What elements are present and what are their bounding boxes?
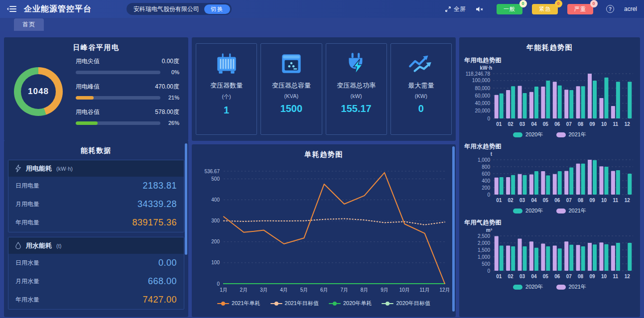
peak-row-peak: 用电峰值470.00度 21% <box>76 83 179 101</box>
legend-item[interactable]: 2021年 <box>556 131 586 138</box>
mute-icon[interactable] <box>476 5 484 13</box>
alarm-severe-button[interactable]: 严重 0 <box>567 4 593 14</box>
bar-chart-legend: 2020年 2021年 <box>459 131 640 138</box>
tab-home[interactable]: 首页 <box>14 18 44 31</box>
svg-text:09: 09 <box>589 274 595 279</box>
stat-card-transformer-capacity[interactable]: 变压器总容量 (KVA) 1500 <box>260 43 322 135</box>
svg-text:05: 05 <box>543 121 549 127</box>
energy-row: 年用水量 7427.00 <box>8 291 184 309</box>
stat-value: 155.17 <box>341 103 372 114</box>
electricity-section: 用电能耗 (kW·h) 日用电量 2183.81 月用电量 34339.28 年… <box>8 160 184 232</box>
alarm-urgent-button[interactable]: 紧急 0 <box>532 4 558 14</box>
legend-item[interactable]: 2020年 <box>513 131 543 138</box>
username[interactable]: acrel <box>624 5 637 12</box>
svg-text:60,000: 60,000 <box>475 93 490 99</box>
unit-consumption-panel: 单耗趋势图 0100200300400500536.671月2月3月4月5月6月… <box>192 144 456 317</box>
svg-text:06: 06 <box>554 198 560 203</box>
energy-row: 年用电量 839175.36 <box>8 213 184 232</box>
transformer-icon <box>213 52 240 75</box>
energy-row: 日用电量 2183.81 <box>8 177 184 195</box>
svg-text:200: 200 <box>482 185 490 191</box>
svg-text:10: 10 <box>601 198 607 203</box>
svg-text:2月: 2月 <box>240 287 248 293</box>
svg-text:2,500: 2,500 <box>478 233 490 239</box>
svg-text:12: 12 <box>625 121 631 127</box>
alarm-severe-badge: 0 <box>590 0 598 7</box>
svg-text:5月: 5月 <box>300 287 308 293</box>
legend-item[interactable]: 2020年 <box>513 207 543 214</box>
daily-peak-valley-panel: 日峰谷平用电 1048 用电尖值0.00度 0% 用电峰值470.00度 21%… <box>4 37 188 141</box>
stat-card-max-demand[interactable]: 最大需量 (KW) 0 <box>390 43 452 135</box>
alarm-normal-button[interactable]: 一般 0 <box>497 4 522 14</box>
svg-text:kW·h: kW·h <box>480 65 492 71</box>
svg-text:01: 01 <box>496 121 502 127</box>
energy-row: 月用水量 668.00 <box>8 272 184 291</box>
annual-energy-panel: 年能耗趋势图 年用电趋势图 kW·h020,00040,00060,00080,… <box>459 37 640 317</box>
svg-text:04: 04 <box>531 198 537 203</box>
legend-item[interactable]: 2020年目标值 <box>382 300 430 307</box>
fullscreen-button[interactable]: 全屏 <box>444 5 466 13</box>
electricity-trend-subtitle: 年用电趋势图 <box>464 56 640 65</box>
svg-text:12: 12 <box>625 274 631 279</box>
svg-text:01: 01 <box>496 198 502 203</box>
help-icon[interactable]: ? <box>606 5 614 13</box>
water-trend-subtitle: 年用水趋势图 <box>464 142 640 151</box>
stat-card-transformer-power[interactable]: 变压器总功率 (kW) 155.17 <box>326 43 387 135</box>
svg-text:1月: 1月 <box>220 287 228 293</box>
svg-text:10: 10 <box>601 121 607 127</box>
droplet-icon <box>15 242 21 249</box>
stat-card-transformer-count[interactable]: 变压器数量 (个) 1 <box>196 43 257 135</box>
svg-text:07: 07 <box>566 274 572 279</box>
legend-item[interactable]: 2021年 <box>556 207 586 214</box>
legend-item[interactable]: 2020年单耗 <box>329 300 372 307</box>
svg-text:02: 02 <box>508 274 514 279</box>
svg-text:7月: 7月 <box>340 287 348 293</box>
alarm-buttons: 一般 0 紧急 0 严重 0 <box>497 4 593 14</box>
donut-total-value: 1048 <box>14 67 63 116</box>
trend-arrows-icon <box>407 52 434 75</box>
scrollbar-thumb[interactable] <box>452 146 455 312</box>
lightning-icon <box>15 165 21 172</box>
transformer-stats-panel: 变压器数量 (个) 1 变压器总容量 (KVA) 1500 <box>192 37 456 141</box>
svg-text:08: 08 <box>578 198 584 203</box>
panel-title: 能耗数据 <box>4 140 188 155</box>
annual-water-bar-chart: t02004006008001,000010203040506070809101… <box>463 151 636 207</box>
legend-item[interactable]: 2021年 <box>556 283 586 291</box>
power-plug-icon <box>343 52 370 75</box>
company-name: 安科瑞电气股份有限公司 <box>133 5 199 13</box>
svg-text:t: t <box>491 151 493 157</box>
alarm-normal-badge: 0 <box>519 0 527 7</box>
svg-text:9月: 9月 <box>381 287 388 293</box>
svg-text:10月: 10月 <box>399 287 410 293</box>
bar-chart-legend: 2020年 2021年 <box>459 283 640 291</box>
svg-text:300: 300 <box>211 218 220 223</box>
svg-text:20,000: 20,000 <box>475 108 490 113</box>
legend-item[interactable]: 2021年目标值 <box>270 300 319 307</box>
fullscreen-icon <box>444 5 452 13</box>
energy-row: 日用水量 0.00 <box>8 254 184 272</box>
legend-item[interactable]: 2021年单耗 <box>217 300 260 307</box>
panel-title: 单耗趋势图 <box>192 144 456 159</box>
stat-value: 1500 <box>280 103 303 114</box>
app-header: 企业能源管控平台 安科瑞电气股份有限公司 切换 全屏 一般 0 <box>0 0 644 18</box>
peak-valley-donut-chart: 1048 <box>14 67 63 116</box>
svg-text:800: 800 <box>482 164 490 170</box>
svg-text:400: 400 <box>482 178 490 184</box>
svg-text:100,000: 100,000 <box>472 78 491 83</box>
menu-fold-icon[interactable] <box>7 4 18 13</box>
svg-text:11: 11 <box>613 274 619 279</box>
scrollbar-thumb[interactable] <box>185 143 187 255</box>
svg-text:8月: 8月 <box>361 287 369 293</box>
svg-text:04: 04 <box>531 121 537 127</box>
switch-company-button[interactable]: 切换 <box>204 4 230 14</box>
fullscreen-label: 全屏 <box>454 5 466 13</box>
svg-text:07: 07 <box>566 198 572 203</box>
svg-text:09: 09 <box>589 121 595 127</box>
peak-row-sharp: 用电尖值0.00度 0% <box>76 57 179 75</box>
svg-text:200: 200 <box>211 239 220 244</box>
svg-text:4月: 4月 <box>280 287 288 293</box>
stat-value: 1 <box>224 105 229 116</box>
legend-item[interactable]: 2020年 <box>513 283 543 291</box>
svg-text:100: 100 <box>211 260 220 265</box>
svg-text:500: 500 <box>211 176 220 182</box>
